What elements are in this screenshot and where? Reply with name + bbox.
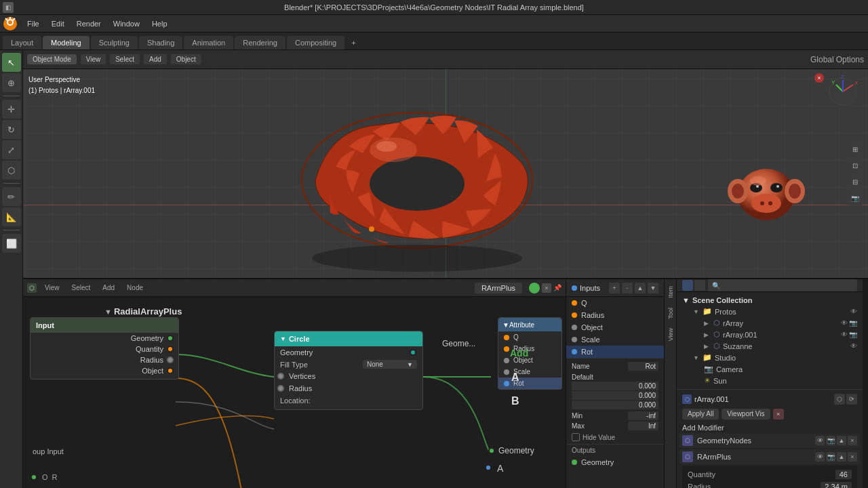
radial-array-title: ▼ RadialArrayPlus	[104, 306, 182, 317]
move-tool-button[interactable]: ✛	[2, 100, 21, 119]
tab-rendering[interactable]: Rendering	[235, 36, 285, 49]
object-mode-dropdown[interactable]: Object Mode	[27, 54, 77, 64]
apply-all-button[interactable]: Apply All	[682, 409, 719, 420]
rarrnplus-mod-up[interactable]: ▲	[837, 452, 846, 462]
tab-compositing[interactable]: Compositing	[287, 36, 344, 49]
select-button[interactable]: Select	[110, 54, 140, 64]
rot-max-field[interactable]: Inf	[628, 422, 658, 430]
radius-gn-label: Radius	[688, 483, 711, 488]
input-radius-item[interactable]: Radius	[566, 309, 664, 321]
attr-scale-item: Scale	[498, 366, 561, 378]
annotate-tool-button[interactable]: ✏	[2, 187, 21, 206]
vertices-row: Vertices	[275, 370, 422, 382]
side-tab-tool[interactable]: Tool	[665, 304, 676, 323]
rotate-tool-button[interactable]: ↻	[2, 120, 21, 139]
node-select-button[interactable]: Select	[68, 283, 95, 293]
node-canvas[interactable]: ▼ RadialArrayPlus Input Geometry Quantit…	[23, 297, 566, 488]
menu-window[interactable]: Window	[108, 18, 145, 29]
fill-type-dropdown[interactable]: None ▼	[363, 360, 417, 369]
nav-side-button[interactable]: ⊡	[848, 158, 863, 173]
window-title: Blender* [K:\PROJECTS\3DProjects\Ч4е6а\G…	[284, 3, 584, 12]
measure-tool-button[interactable]: 📐	[2, 207, 21, 226]
cursor-tool-button[interactable]: ⊕	[2, 73, 21, 92]
sun-item[interactable]: ☀ Sun	[679, 375, 860, 386]
input-q-item[interactable]: Q	[566, 297, 664, 309]
tab-modeling[interactable]: Modeling	[43, 36, 90, 49]
add-modifier-button[interactable]: Add Modifier	[679, 422, 860, 433]
menu-help[interactable]: Help	[146, 18, 173, 29]
menu-edit[interactable]: Edit	[46, 18, 70, 29]
geonodes-mod-up[interactable]: ▲	[837, 436, 846, 445]
geonodes-mod-show[interactable]: 👁	[815, 436, 825, 445]
props-icon[interactable]	[694, 280, 705, 291]
outliner-icon[interactable]	[682, 280, 693, 291]
tab-animation[interactable]: Animation	[184, 36, 233, 49]
add-workspace-button[interactable]: +	[346, 36, 361, 49]
viewport-3d[interactable]: User Perspective (1) Protos | rArray.001…	[23, 69, 868, 278]
window-button[interactable]: ◧	[3, 2, 14, 13]
transform-tool-button[interactable]: ⬡	[2, 161, 21, 180]
inputs-remove-button[interactable]: -	[622, 283, 633, 293]
camera-item[interactable]: 📷 Camera	[679, 363, 860, 375]
options-button[interactable]: Options	[836, 55, 864, 64]
object-button[interactable]: Object	[171, 54, 201, 64]
rot-default-y-field[interactable]: 0.000	[572, 391, 658, 400]
node-add-label[interactable]: Add	[510, 348, 528, 359]
protos-expand: ▼	[693, 308, 700, 315]
output-geometry-item[interactable]: Geometry	[566, 456, 664, 468]
collection-protos[interactable]: ▼ 📁 Protos 👁	[679, 306, 860, 317]
rot-default-label-row: Default	[572, 373, 658, 382]
node-close-button[interactable]: ×	[542, 283, 551, 293]
object-info-label: (1) Protos | rArray.001	[28, 85, 95, 96]
rot-default-z-field[interactable]: 0.000	[572, 401, 658, 409]
rarrnplus-mod-show[interactable]: 👁	[815, 452, 825, 462]
hide-value-checkbox[interactable]	[572, 433, 580, 441]
radius-gn-value[interactable]: 2.34 m	[821, 482, 852, 488]
node-view-button[interactable]: View	[41, 283, 64, 293]
inputs-add-button[interactable]: +	[609, 283, 620, 293]
node-node-button[interactable]: Node	[123, 283, 147, 293]
view-button[interactable]: View	[81, 54, 106, 64]
node-pin-button[interactable]: 📌	[553, 284, 561, 291]
mod-close-button[interactable]: ×	[773, 409, 784, 420]
scale-tool-button[interactable]: ⤢	[2, 140, 21, 159]
inputs-up-button[interactable]: ▲	[635, 283, 646, 293]
rot-name-field[interactable]: Rot	[628, 362, 658, 371]
rarrnplus-mod-render[interactable]: 📷	[826, 452, 835, 462]
collection-studio[interactable]: ▼ 📁 Studio	[679, 352, 860, 363]
add-cube-button[interactable]: ⬜	[2, 234, 21, 253]
quantity-gn-value[interactable]: 46	[835, 470, 852, 479]
input-rot-item[interactable]: Rot	[566, 346, 664, 358]
add-button[interactable]: Add	[144, 54, 167, 64]
global-transform-icon[interactable]: Global	[810, 55, 834, 64]
nav-front-button[interactable]: ⊞	[848, 142, 863, 157]
rot-min-field[interactable]: -inf	[628, 411, 658, 420]
protos-vis-icon[interactable]: 👁	[850, 308, 857, 315]
outliner-search[interactable]: 🔍	[708, 279, 857, 291]
tab-layout[interactable]: Layout	[3, 36, 41, 49]
input-scale-item[interactable]: Scale	[566, 333, 664, 346]
menu-file[interactable]: File	[22, 18, 45, 29]
tab-shading[interactable]: Shading	[139, 36, 182, 49]
side-tab-item[interactable]: Item	[665, 282, 676, 302]
rarray001-item[interactable]: ▶ ⬡ rArray.001 👁 📷	[679, 329, 860, 340]
tab-sculpting[interactable]: Sculpting	[91, 36, 138, 49]
geonodes-mod-render[interactable]: 📷	[826, 436, 835, 445]
nav-camera-button[interactable]: 📷	[848, 190, 863, 205]
geonodes-mod-settings[interactable]: ×	[848, 436, 857, 445]
node-add-button[interactable]: Add	[98, 283, 119, 293]
suzanne-item[interactable]: ▶ ⬡ Suzanne 👁	[679, 340, 860, 352]
attr-rot-item[interactable]: Rot	[498, 378, 561, 389]
rarrnplus-mod-settings[interactable]: ×	[848, 452, 857, 462]
side-tab-view[interactable]: View	[665, 324, 676, 345]
close-viewport-button[interactable]: ×	[814, 73, 824, 83]
rarray-item[interactable]: ▶ ⬡ rArray 👁 📷	[679, 317, 860, 329]
viewport-vis-button[interactable]: Viewport Vis	[722, 409, 770, 420]
menu-render[interactable]: Render	[71, 18, 106, 29]
nav-top-button[interactable]: ⊟	[848, 174, 863, 189]
circle-node: ▼ Circle Geometry Fill Type None	[274, 331, 423, 410]
input-object-item[interactable]: Object	[566, 321, 664, 333]
select-tool-button[interactable]: ↖	[2, 53, 21, 72]
inputs-down-button[interactable]: ▼	[648, 283, 658, 293]
rot-default-x-field[interactable]: 0.000	[572, 382, 658, 390]
